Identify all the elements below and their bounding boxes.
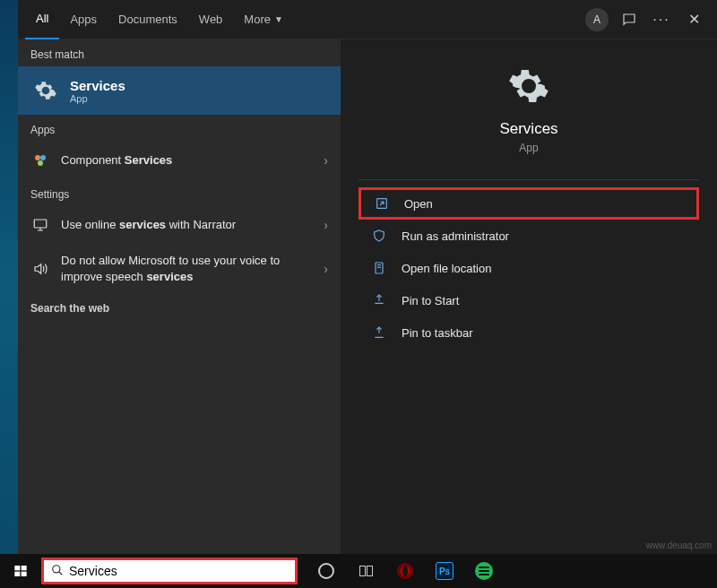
start-button[interactable]	[0, 554, 41, 588]
pin-start-icon	[369, 293, 389, 307]
tab-all-label: All	[36, 12, 48, 25]
search-icon	[51, 564, 64, 579]
chevron-down-icon: ▼	[274, 14, 283, 24]
opera-icon	[397, 563, 413, 579]
action-run-admin[interactable]: Run as administrator	[358, 220, 699, 252]
chevron-right-icon: ›	[316, 153, 328, 168]
svg-rect-6	[14, 566, 20, 570]
preview-subtitle: App	[519, 142, 538, 154]
divider	[358, 179, 699, 180]
photoshop-icon: Ps	[436, 562, 454, 580]
preview-header: Services App	[341, 39, 717, 167]
cortana-icon	[318, 563, 334, 579]
best-match-title: Services	[70, 78, 125, 93]
sound-icon	[30, 259, 50, 279]
svg-rect-8	[14, 572, 20, 576]
watermark: www.deuaq.com	[646, 540, 712, 550]
action-run-admin-label: Run as administrator	[402, 229, 509, 243]
svg-rect-5	[376, 263, 383, 273]
close-button[interactable]: ✕	[678, 4, 710, 36]
task-view-icon	[359, 566, 373, 576]
action-open-location[interactable]: Open file location	[358, 252, 699, 284]
monitor-icon	[30, 215, 50, 235]
windows-search-panel: All Apps Documents Web More▼ A ··· ✕ Bes…	[18, 0, 717, 554]
task-view-button[interactable]	[346, 554, 385, 588]
chevron-right-icon: ›	[316, 218, 328, 232]
taskbar-search-input[interactable]	[69, 564, 288, 578]
desktop-background-strip	[0, 0, 18, 556]
search-tabs-row: All Apps Documents Web More▼ A ··· ✕	[18, 0, 717, 39]
avatar: A	[585, 8, 609, 31]
result-narrator-text: Use online services with Narrator	[61, 217, 316, 233]
result-speech-text: Do not allow Microsoft to use your voice…	[61, 253, 316, 284]
svg-rect-3	[34, 220, 47, 228]
action-open[interactable]: Open	[358, 187, 699, 220]
open-icon	[372, 196, 392, 211]
action-open-label: Open	[404, 197, 433, 211]
opera-app[interactable]	[385, 554, 425, 588]
section-search-web-label: Search the web	[18, 293, 341, 320]
component-services-icon	[30, 151, 50, 170]
svg-rect-9	[22, 572, 27, 576]
action-pin-start-label: Pin to Start	[402, 294, 459, 307]
taskbar-app-icons: Ps	[307, 554, 504, 588]
photoshop-app[interactable]: Ps	[425, 554, 464, 588]
action-pin-taskbar[interactable]: Pin to taskbar	[358, 316, 699, 349]
avatar-initial: A	[593, 13, 600, 26]
tab-documents-label: Documents	[118, 13, 177, 26]
result-component-services-text: Component Services	[61, 152, 316, 169]
action-pin-taskbar-label: Pin to taskbar	[402, 326, 473, 340]
folder-icon	[369, 261, 389, 275]
close-icon: ✕	[688, 11, 700, 28]
cortana-button[interactable]	[307, 554, 346, 588]
ellipsis-icon: ···	[652, 12, 669, 28]
feedback-button[interactable]	[613, 4, 645, 36]
best-match-subtitle: App	[70, 93, 125, 104]
spotify-app[interactable]	[464, 554, 504, 588]
result-speech-services[interactable]: Do not allow Microsoft to use your voice…	[18, 244, 341, 293]
tab-web[interactable]: Web	[188, 0, 234, 39]
svg-point-2	[38, 160, 43, 166]
tab-documents[interactable]: Documents	[108, 0, 188, 39]
svg-point-0	[35, 155, 40, 160]
tab-web-label: Web	[199, 13, 223, 26]
action-open-location-label: Open file location	[402, 262, 491, 275]
svg-point-1	[40, 155, 46, 160]
feedback-icon	[621, 12, 637, 28]
best-match-result[interactable]: Services App	[18, 66, 341, 115]
result-component-services[interactable]: Component Services ›	[18, 142, 341, 179]
results-column: Best match Services App Apps Component S…	[18, 39, 341, 554]
tab-apps-label: Apps	[70, 13, 97, 26]
section-settings-label: Settings	[18, 179, 341, 206]
action-pin-start[interactable]: Pin to Start	[358, 284, 699, 316]
more-options-button[interactable]: ···	[645, 4, 678, 36]
tab-more-label: More	[244, 13, 271, 26]
shield-icon	[369, 229, 389, 243]
chevron-right-icon: ›	[316, 262, 328, 276]
svg-rect-7	[22, 566, 27, 570]
taskbar: Ps	[0, 554, 717, 588]
taskbar-search-box[interactable]	[41, 558, 298, 584]
tab-apps[interactable]: Apps	[59, 0, 108, 39]
preview-title: Services	[499, 120, 557, 138]
action-list: Open Run as administrator Open file loca…	[341, 187, 717, 349]
result-narrator-services[interactable]: Use online services with Narrator ›	[18, 206, 341, 244]
services-gear-large-icon	[507, 65, 550, 108]
tab-all[interactable]: All	[25, 0, 59, 39]
windows-logo-icon	[13, 564, 28, 578]
preview-column: Services App Open Run as administrator	[341, 39, 717, 554]
user-avatar-button[interactable]: A	[581, 4, 613, 36]
spotify-icon	[475, 562, 493, 580]
services-gear-icon	[30, 75, 61, 106]
svg-point-10	[53, 565, 60, 572]
pin-taskbar-icon	[369, 325, 389, 340]
tab-more[interactable]: More▼	[233, 0, 294, 39]
section-apps-label: Apps	[18, 115, 341, 142]
section-best-match-label: Best match	[18, 39, 341, 66]
